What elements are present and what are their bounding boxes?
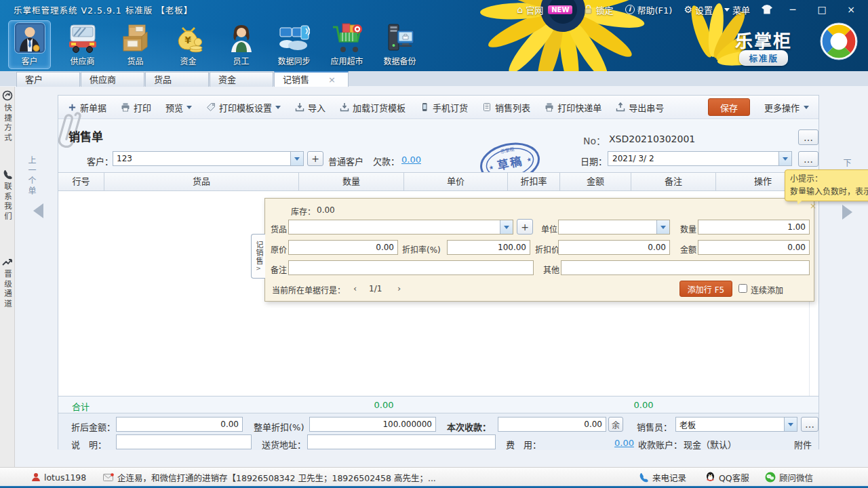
nav-app-market[interactable]: 应用超市 <box>326 20 368 69</box>
nav-label: 应用超市 <box>330 55 363 66</box>
mobile-order-button[interactable]: 手机订货 <box>420 101 468 114</box>
discount-rate-field[interactable] <box>448 241 530 254</box>
prev-doc-nav[interactable]: 上一个单 <box>26 156 37 197</box>
address-field[interactable] <box>308 435 495 449</box>
tab-goods[interactable]: 货品 <box>145 72 209 87</box>
continuous-add-checkbox[interactable] <box>738 284 747 293</box>
import-icon <box>340 102 349 112</box>
debt-label: 欠款： <box>373 155 399 167</box>
close-button[interactable]: × <box>842 4 860 15</box>
preview-button[interactable]: 预览 <box>165 101 192 114</box>
chevron-down-icon[interactable] <box>500 220 513 234</box>
nav-funds[interactable]: ¥ 资金 <box>167 20 210 69</box>
save-button[interactable]: 保存 <box>708 98 750 116</box>
salesman-combobox[interactable]: 老板 <box>675 417 797 432</box>
nav-employees[interactable]: 员工 <box>220 20 262 69</box>
prev-doc-arrow-icon[interactable] <box>26 203 43 218</box>
qty-input <box>698 220 810 235</box>
print-button[interactable]: 打印 <box>121 101 151 114</box>
tooltip-close-icon[interactable]: × <box>810 200 816 213</box>
discounted-amount-field[interactable] <box>117 418 242 431</box>
import-button[interactable]: 导入 <box>295 101 326 114</box>
add-customer-button[interactable]: + <box>307 151 323 166</box>
attachment-button[interactable]: 附件 <box>794 438 812 451</box>
record-sale-side-tab[interactable]: 记销售 > <box>251 234 265 279</box>
payment-field[interactable] <box>498 418 606 431</box>
call-log-button[interactable]: 来电记录 <box>639 468 686 487</box>
chevron-down-icon[interactable] <box>290 152 303 165</box>
remark-field[interactable] <box>289 261 533 274</box>
minimize-button[interactable]: ─ <box>784 4 802 15</box>
chevron-down-icon[interactable] <box>656 220 669 234</box>
tab-funds[interactable]: 资金 <box>210 72 273 87</box>
nav-goods[interactable]: 货品 <box>114 20 157 69</box>
tab-record-sale[interactable]: 记销售 × <box>274 71 349 87</box>
rail-contact-us[interactable]: 联系我们 <box>0 169 15 222</box>
discount-price-input <box>558 240 670 255</box>
logged-in-user: lotus1198 <box>31 468 86 487</box>
lock-button[interactable]: 锁定 <box>584 3 613 16</box>
goods-combobox[interactable] <box>288 220 513 235</box>
nav-data-backup[interactable]: 数据备份 <box>378 20 421 69</box>
chevron-down-icon[interactable] <box>784 418 797 431</box>
pager-next-icon[interactable]: › <box>397 283 401 293</box>
fee-amount-link[interactable]: 0.00 <box>614 438 634 448</box>
add-goods-button[interactable]: + <box>517 219 533 235</box>
nav-customers[interactable]: 客户 <box>8 20 51 69</box>
rail-shortcuts[interactable]: 快捷方式 <box>0 90 15 143</box>
sales-list-button[interactable]: 销售列表 <box>482 101 530 114</box>
help-button[interactable]: i 帮助(F1) <box>625 3 673 16</box>
col-header: 货品 <box>104 173 299 190</box>
nav-data-sync[interactable]: 数据同步 <box>273 20 315 69</box>
nav-label: 资金 <box>180 55 196 66</box>
debt-amount-link[interactable]: 0.00 <box>401 155 421 165</box>
maximize-button[interactable]: □ <box>813 4 831 15</box>
phone-icon <box>639 472 649 483</box>
whole-discount-field[interactable] <box>310 418 435 431</box>
order-no-more-button[interactable]: … <box>798 129 818 145</box>
skin-button[interactable] <box>762 5 772 14</box>
status-bar: lotus1198 企连易，和微信打通的进销存【18926508342 卫先生；… <box>0 467 868 486</box>
amount-field[interactable] <box>698 241 809 254</box>
date-picker[interactable]: 2021/ 3/ 2 <box>608 151 792 166</box>
orig-price-label: 原价 <box>271 243 287 255</box>
export-serial-button[interactable]: 导出串号 <box>616 101 664 114</box>
settings-button[interactable]: ⚙ 设置 <box>684 3 713 16</box>
gear-icon: ⚙ <box>684 5 692 14</box>
salesman-more-button[interactable]: … <box>801 417 818 432</box>
load-order-template-button[interactable]: 加载订货模板 <box>340 101 406 114</box>
add-row-button[interactable]: 添加行 F5 <box>679 281 732 297</box>
tab-close-icon[interactable]: × <box>328 75 336 84</box>
date-more-button[interactable]: … <box>798 151 818 167</box>
nav-label: 员工 <box>233 55 249 66</box>
pager-prev-icon[interactable]: ‹ <box>353 283 357 293</box>
official-site-link[interactable]: ⌂ 官网 <box>517 3 543 16</box>
more-actions-button[interactable]: 更多操作 <box>764 101 809 114</box>
brand-edition-badge: 标准版 <box>739 50 788 66</box>
orig-price-field[interactable] <box>289 241 397 254</box>
menu-button[interactable]: 菜单 <box>724 3 750 16</box>
qty-field[interactable] <box>698 220 809 234</box>
chevron-down-icon[interactable] <box>778 152 791 165</box>
tab-suppliers[interactable]: 供应商 <box>81 72 144 87</box>
unit-combobox[interactable] <box>558 220 670 235</box>
next-doc-arrow-icon[interactable] <box>842 205 860 220</box>
qq-service-button[interactable]: QQ客服 <box>705 468 749 487</box>
balance-button[interactable]: 余 <box>608 417 623 432</box>
print-template-button[interactable]: 打印模板设置 <box>206 101 281 114</box>
customer-combobox[interactable]: 123 <box>113 151 304 166</box>
discount-price-field[interactable] <box>559 241 669 254</box>
other-field[interactable] <box>561 261 809 274</box>
print-express-button[interactable]: 打印快递单 <box>545 101 601 114</box>
rail-upgrade-channel[interactable]: 晋级通道 <box>0 258 15 309</box>
brand-name: 乐掌柜 <box>735 27 792 52</box>
chevron-down-icon <box>186 106 192 112</box>
data-backup-icon <box>384 22 416 54</box>
chevron-down-icon <box>275 106 281 112</box>
nav-suppliers[interactable]: 供应商 <box>61 20 104 69</box>
col-header: 行号 <box>58 173 104 190</box>
tab-customers[interactable]: 客户 <box>16 72 80 87</box>
advisor-wechat-button[interactable]: 顾问微信 <box>765 468 813 487</box>
account-value[interactable]: 现金（默认） <box>684 438 736 451</box>
note-field[interactable] <box>117 435 251 449</box>
